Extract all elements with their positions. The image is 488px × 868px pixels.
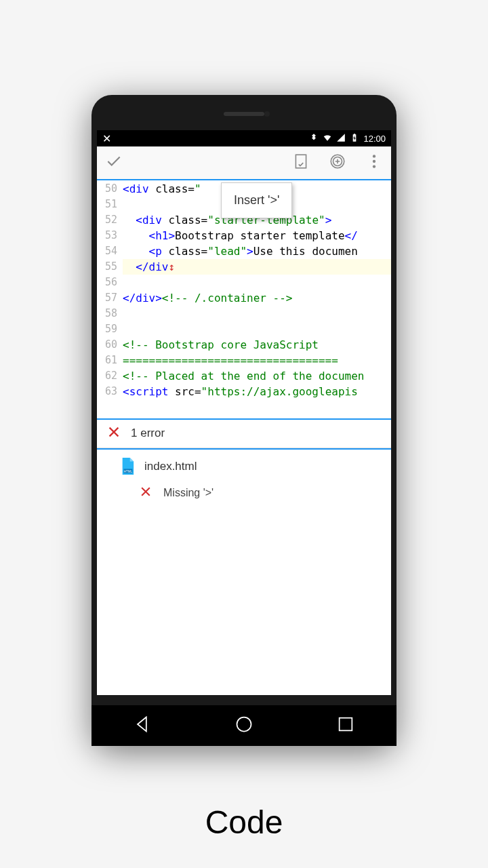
svg-point-8 (237, 717, 251, 732)
code-line[interactable]: <!-- Bootstrap core JavaScript (123, 337, 391, 353)
page-caption: Code (0, 804, 488, 841)
wifi-icon (323, 133, 332, 144)
code-line[interactable] (123, 306, 391, 321)
line-number: 58 (97, 306, 117, 321)
status-left: ✕ (102, 132, 121, 145)
android-nav-bar (92, 705, 396, 746)
file-row[interactable]: HTML index.html (120, 458, 391, 475)
close-icon[interactable]: ✕ (102, 132, 111, 145)
code-line[interactable]: ================================= (123, 353, 391, 368)
android-status-bar: ✕ 12:00 (97, 130, 391, 146)
error-count: 1 error (131, 427, 165, 440)
error-summary-bar[interactable]: 1 error (97, 418, 391, 448)
bluetooth-icon (309, 133, 319, 144)
code-editor[interactable]: Insert '>' 50 51 52 53 54 55 56 57 58 59… (97, 180, 391, 418)
document-check-icon[interactable] (292, 153, 310, 173)
line-number: 55 (97, 259, 117, 275)
line-number: 52 (97, 212, 117, 228)
overflow-menu-icon[interactable] (365, 153, 383, 173)
problems-panel: HTML index.html Missing '>' (97, 448, 391, 696)
add-circle-icon[interactable] (329, 153, 346, 173)
line-number: 54 (97, 243, 117, 259)
svg-text:HTML: HTML (124, 469, 133, 473)
error-x-icon (139, 485, 152, 501)
home-button[interactable] (235, 715, 253, 736)
line-number: 62 (97, 368, 117, 384)
line-number: 61 (97, 353, 117, 368)
line-number: 59 (97, 321, 117, 337)
error-marker: ↕ (168, 259, 175, 275)
svg-rect-0 (296, 155, 306, 168)
line-number: 53 (97, 228, 117, 243)
code-line[interactable] (123, 275, 391, 290)
error-item[interactable]: Missing '>' (120, 485, 391, 501)
code-line[interactable]: <script src="https://ajax.googleapis (123, 384, 391, 399)
code-line[interactable] (123, 321, 391, 337)
code-line[interactable]: <h1>Bootstrap starter template</ (123, 228, 391, 243)
signal-icon (336, 133, 346, 144)
svg-point-4 (373, 160, 375, 163)
line-number: 50 (97, 181, 117, 197)
phone-screen: ✕ 12:00 (97, 130, 391, 695)
svg-rect-9 (340, 718, 352, 731)
svg-point-3 (373, 155, 375, 157)
phone-speaker (224, 112, 264, 116)
phone-camera (264, 111, 270, 117)
svg-point-5 (373, 165, 375, 167)
code-line[interactable]: <!-- Placed at the end of the documen (123, 368, 391, 384)
code-line-active[interactable]: </div↕ (123, 259, 391, 275)
error-message: Missing '>' (163, 487, 214, 499)
line-number: 57 (97, 290, 117, 306)
status-right: 12:00 (309, 133, 386, 144)
line-number: 56 (97, 275, 117, 290)
html-file-icon: HTML (120, 458, 135, 475)
clock-time: 12:00 (363, 134, 386, 144)
phone-frame: ✕ 12:00 (92, 95, 396, 746)
quickfix-tooltip[interactable]: Insert '>' (221, 182, 292, 218)
recents-button[interactable] (336, 715, 355, 736)
code-line[interactable]: <p class="lead">Use this documen (123, 243, 391, 259)
battery-icon (350, 133, 359, 144)
error-x-icon (106, 425, 121, 443)
code-line[interactable]: </div><!-- /.container --> (123, 290, 391, 306)
file-name: index.html (144, 460, 197, 473)
app-toolbar (97, 146, 391, 180)
line-number: 51 (97, 197, 117, 212)
confirm-button[interactable] (105, 153, 123, 173)
line-number: 60 (97, 337, 117, 353)
toolbar-actions (292, 153, 383, 173)
line-gutter: 50 51 52 53 54 55 56 57 58 59 60 61 62 6… (97, 180, 121, 399)
line-number: 63 (97, 384, 117, 399)
back-button[interactable] (133, 715, 152, 736)
